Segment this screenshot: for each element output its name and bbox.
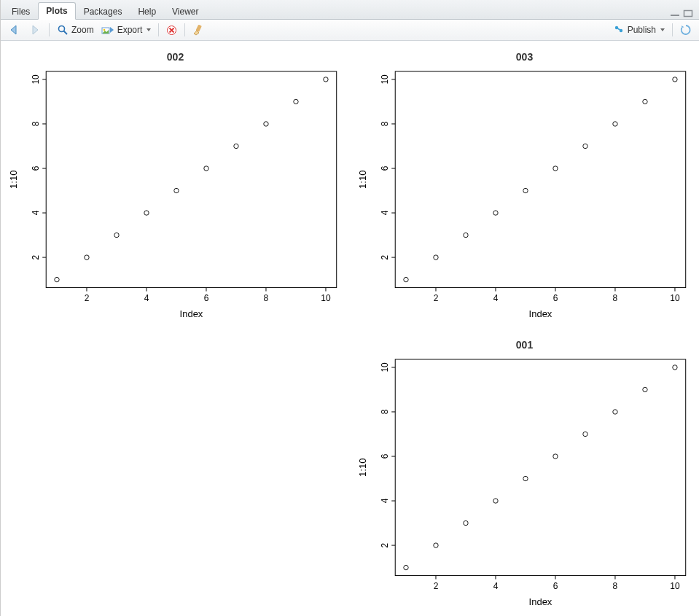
svg-text:4: 4: [380, 498, 390, 503]
svg-text:6: 6: [204, 293, 209, 303]
minimize-pane-icon[interactable]: [670, 9, 680, 17]
publish-button[interactable]: Publish: [610, 23, 668, 37]
svg-point-74: [583, 144, 587, 148]
svg-text:1:10: 1:10: [8, 171, 19, 189]
svg-point-104: [493, 498, 498, 502]
svg-point-103: [464, 521, 468, 525]
svg-point-36: [85, 255, 89, 260]
svg-text:2: 2: [85, 293, 90, 303]
export-label: Export: [117, 25, 143, 35]
maximize-pane-icon[interactable]: [683, 9, 693, 17]
svg-text:2: 2: [380, 542, 390, 547]
svg-text:Index: Index: [180, 308, 203, 319]
next-plot-button[interactable]: [26, 23, 44, 37]
toolbar-separator: [49, 23, 50, 36]
svg-text:Index: Index: [529, 308, 552, 319]
svg-point-107: [583, 432, 587, 436]
svg-text:2: 2: [434, 580, 439, 590]
plot-cell-1: 246810246810Index1:10003: [350, 41, 699, 329]
svg-point-77: [673, 77, 677, 82]
svg-line-3: [64, 31, 68, 35]
tab-help[interactable]: Help: [130, 3, 164, 20]
zoom-button[interactable]: Zoom: [54, 23, 97, 37]
plots-toolbar: Zoom Export: [1, 20, 699, 41]
svg-point-106: [553, 453, 558, 458]
tab-files[interactable]: Files: [4, 3, 38, 20]
svg-text:6: 6: [380, 453, 390, 459]
refresh-button[interactable]: [677, 23, 695, 37]
toolbar-separator: [184, 23, 185, 36]
svg-point-5: [103, 29, 105, 31]
plot-cell-2: [1, 329, 350, 617]
svg-point-39: [174, 188, 179, 192]
plot-title: 003: [350, 51, 699, 63]
svg-text:6: 6: [553, 580, 558, 590]
scatter-plot: 246810246810Index1:10: [350, 329, 699, 617]
svg-point-73: [553, 166, 558, 171]
plot-title: 001: [350, 339, 699, 351]
svg-text:8: 8: [613, 580, 618, 590]
svg-point-101: [404, 565, 408, 569]
tab-packages[interactable]: Packages: [76, 3, 130, 20]
svg-text:1:10: 1:10: [357, 458, 368, 476]
svg-point-43: [294, 99, 298, 104]
svg-point-70: [464, 233, 468, 237]
svg-point-105: [523, 476, 528, 480]
svg-rect-12: [46, 71, 336, 288]
svg-point-42: [264, 122, 268, 126]
zoom-label: Zoom: [71, 25, 94, 35]
plot-area: 246810246810Index1:10002 246810246810Ind…: [1, 41, 699, 616]
svg-rect-1: [684, 11, 692, 17]
svg-text:8: 8: [613, 293, 618, 303]
svg-text:10: 10: [380, 362, 390, 372]
svg-point-69: [434, 255, 438, 260]
svg-point-72: [523, 188, 528, 192]
clear-plots-button[interactable]: [190, 23, 207, 37]
svg-text:6: 6: [31, 165, 41, 171]
svg-text:10: 10: [670, 580, 680, 590]
svg-text:6: 6: [380, 165, 390, 171]
svg-text:8: 8: [264, 293, 269, 303]
remove-plot-button[interactable]: [163, 23, 180, 37]
svg-point-40: [204, 166, 208, 171]
pane-tab-bar: Files Plots Packages Help Viewer: [1, 0, 699, 20]
svg-text:2: 2: [380, 254, 390, 260]
prev-plot-button[interactable]: [5, 23, 24, 37]
publish-label: Publish: [628, 25, 656, 35]
svg-text:4: 4: [493, 580, 499, 590]
svg-text:1:10: 1:10: [357, 171, 368, 189]
plot-cell-0: 246810246810Index1:10002: [1, 41, 350, 329]
tab-viewer[interactable]: Viewer: [164, 3, 206, 20]
svg-text:4: 4: [380, 210, 390, 215]
tab-plots[interactable]: Plots: [38, 2, 75, 20]
svg-point-102: [434, 542, 438, 547]
svg-text:2: 2: [434, 293, 439, 303]
svg-text:8: 8: [380, 409, 390, 414]
toolbar-separator: [672, 23, 673, 36]
plot-cell-3: 246810246810Index1:10001: [350, 329, 699, 617]
svg-point-38: [144, 211, 149, 215]
svg-text:10: 10: [380, 74, 390, 85]
svg-point-2: [59, 26, 65, 32]
export-button[interactable]: Export: [98, 23, 155, 37]
svg-text:8: 8: [380, 121, 390, 126]
svg-text:6: 6: [553, 293, 558, 303]
svg-rect-45: [395, 71, 685, 288]
toolbar-separator: [158, 23, 159, 36]
svg-point-37: [114, 233, 119, 237]
svg-point-76: [643, 99, 647, 104]
svg-text:4: 4: [144, 293, 149, 303]
plot-title: 002: [1, 51, 350, 63]
svg-point-35: [55, 277, 59, 281]
svg-point-108: [613, 409, 617, 413]
svg-text:10: 10: [31, 74, 41, 85]
svg-text:2: 2: [31, 254, 41, 260]
chevron-down-icon: [660, 28, 665, 31]
svg-text:8: 8: [31, 121, 41, 126]
svg-point-68: [404, 277, 408, 281]
scatter-plot: 246810246810Index1:10: [350, 41, 699, 329]
svg-rect-0: [671, 15, 679, 16]
svg-rect-78: [395, 359, 685, 575]
scatter-plot: 246810246810Index1:10: [1, 41, 350, 329]
svg-point-109: [643, 387, 647, 391]
